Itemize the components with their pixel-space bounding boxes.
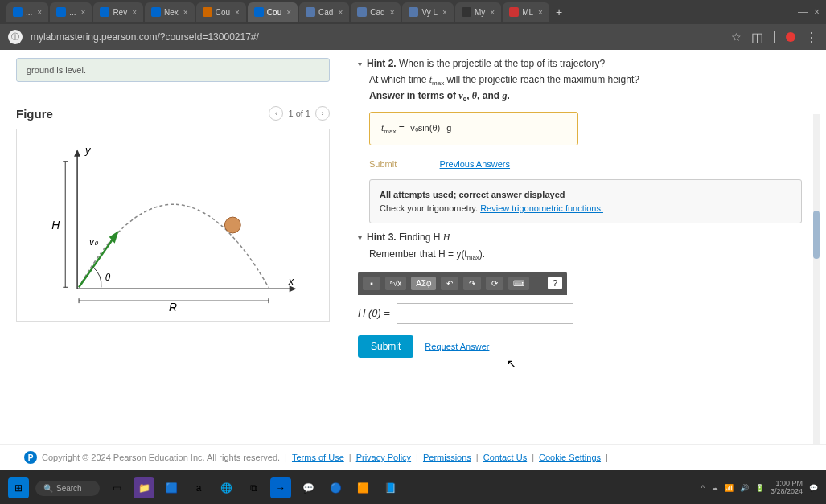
edge-icon[interactable]: 🌐 bbox=[216, 477, 236, 498]
app-icon[interactable]: 🟦 bbox=[161, 477, 182, 498]
dropbox-icon[interactable]: ⧉ bbox=[243, 477, 264, 498]
close-icon[interactable]: × bbox=[81, 8, 86, 17]
prev-figure-button[interactable]: ‹ bbox=[269, 106, 283, 121]
reset-button[interactable]: ⟳ bbox=[486, 277, 503, 290]
footer-link[interactable]: Privacy Policy bbox=[356, 453, 411, 462]
system-tray: ^ ☁ 📶 🔊 🔋 1:00 PM 3/28/2024 💬 bbox=[701, 480, 818, 496]
figure-canvas: y x H R v₀ θ bbox=[16, 129, 330, 322]
close-icon[interactable]: × bbox=[538, 8, 543, 17]
close-icon[interactable]: × bbox=[132, 8, 137, 17]
extension-icon[interactable]: ◫ bbox=[751, 30, 763, 45]
range-label: R bbox=[169, 301, 177, 313]
height-label: H bbox=[51, 219, 60, 232]
footer-link[interactable]: Terms of Use bbox=[292, 453, 344, 462]
page-footer: P Copyright © 2024 Pearson Education Inc… bbox=[0, 444, 826, 470]
close-icon[interactable]: × bbox=[235, 8, 240, 17]
hint2-title: Hint 2. When is the projectile at the to… bbox=[367, 58, 605, 69]
collapse-icon[interactable]: ▾ bbox=[358, 59, 362, 68]
greek-button[interactable]: ΑΣφ bbox=[411, 277, 436, 290]
start-button[interactable]: ⊞ bbox=[8, 477, 29, 498]
left-panel: ground is level. Figure ‹ 1 of 1 › bbox=[0, 50, 346, 452]
app-icon[interactable]: 🟧 bbox=[352, 477, 373, 498]
close-icon[interactable]: × bbox=[338, 8, 343, 17]
velocity-label: v₀ bbox=[89, 236, 99, 248]
close-icon[interactable]: × bbox=[37, 8, 42, 17]
wifi-icon[interactable]: 📶 bbox=[725, 484, 734, 492]
browser-tab[interactable]: ...× bbox=[6, 2, 48, 22]
browser-tab[interactable]: Cad× bbox=[351, 2, 401, 22]
url-text[interactable]: mylabmastering.pearson.com/?courseId=130… bbox=[31, 31, 723, 43]
site-info-icon[interactable]: ⓘ bbox=[8, 30, 23, 44]
browser-tab[interactable]: Cad× bbox=[299, 2, 349, 22]
profile-icon[interactable] bbox=[786, 32, 795, 42]
divider: | bbox=[773, 30, 776, 44]
request-answer-link[interactable]: Request Answer bbox=[425, 342, 489, 351]
help-button[interactable]: ? bbox=[548, 277, 562, 289]
svg-marker-1 bbox=[74, 150, 80, 157]
previous-answers-link[interactable]: Previous Answers bbox=[440, 159, 510, 169]
axis-y-label: y bbox=[84, 144, 92, 156]
taskbar-clock[interactable]: 1:00 PM 3/28/2024 bbox=[771, 480, 803, 496]
browser-tab-active[interactable]: Cou× bbox=[248, 2, 298, 22]
app-icon[interactable]: 📘 bbox=[380, 477, 401, 498]
next-figure-button[interactable]: › bbox=[315, 106, 330, 121]
browser-tab[interactable]: Nex× bbox=[145, 2, 195, 22]
search-icon: 🔍 bbox=[43, 484, 53, 493]
minimize-icon[interactable]: — bbox=[798, 6, 808, 18]
notification-icon[interactable]: 💬 bbox=[809, 484, 818, 492]
scrollbar[interactable] bbox=[813, 114, 820, 452]
tray-chevron-icon[interactable]: ^ bbox=[701, 484, 705, 492]
browser-tab[interactable]: Vy L× bbox=[402, 2, 453, 22]
figure-pager: ‹ 1 of 1 › bbox=[269, 106, 330, 121]
windows-taskbar: ⊞ 🔍Search ▭ 📁 🟦 a 🌐 ⧉ → 💬 🔵 🟧 📘 ^ ☁ 📶 🔊 … bbox=[0, 472, 826, 504]
close-icon[interactable]: × bbox=[442, 8, 447, 17]
footer-link[interactable]: Permissions bbox=[423, 453, 471, 462]
task-view-icon[interactable]: ▭ bbox=[106, 477, 127, 498]
copyright-text: Copyright © 2024 Pearson Education Inc. … bbox=[42, 453, 280, 462]
submit-button[interactable]: Submit bbox=[358, 335, 413, 358]
app-icon[interactable]: a bbox=[188, 477, 209, 498]
bookmark-icon[interactable]: ☆ bbox=[731, 31, 742, 43]
review-trig-link[interactable]: Review trigonometric functions. bbox=[480, 203, 603, 213]
close-icon[interactable]: × bbox=[286, 8, 291, 17]
new-tab-button[interactable]: + bbox=[551, 6, 567, 18]
app-icon[interactable]: 💬 bbox=[298, 477, 318, 498]
battery-icon[interactable]: 🔋 bbox=[755, 484, 764, 492]
browser-tab[interactable]: ...× bbox=[50, 2, 92, 22]
collapse-icon[interactable]: ▾ bbox=[358, 233, 362, 242]
scroll-thumb[interactable] bbox=[813, 211, 820, 259]
menu-icon[interactable]: ⋮ bbox=[805, 30, 818, 45]
cloud-icon[interactable]: ☁ bbox=[711, 484, 718, 492]
browser-tab-strip: ...× ...× Rev× Nex× Cou× Cou× Cad× Cad× … bbox=[0, 0, 826, 24]
browser-tab[interactable]: Cou× bbox=[196, 2, 246, 22]
redo-button[interactable]: ↷ bbox=[463, 277, 481, 290]
close-window-icon[interactable]: × bbox=[814, 6, 820, 18]
sqrt-button[interactable]: ⁿ√x bbox=[385, 277, 406, 290]
mouse-cursor: ↖ bbox=[507, 357, 516, 370]
footer-link[interactable]: Cookie Settings bbox=[539, 453, 601, 462]
hint3-body: Remember that H = y(tmax). bbox=[369, 247, 802, 263]
answer-formula-box: tmax = v₀sin(θ)g bbox=[369, 112, 578, 145]
app-icon[interactable]: → bbox=[270, 477, 291, 498]
keyboard-button[interactable]: ⌨ bbox=[508, 277, 529, 290]
app-icon[interactable]: 📁 bbox=[134, 477, 154, 498]
axis-x-label: x bbox=[288, 275, 294, 287]
browser-tab[interactable]: ML× bbox=[503, 2, 549, 22]
problem-info-box: ground is level. bbox=[16, 58, 330, 82]
chrome-icon[interactable]: 🔵 bbox=[325, 477, 346, 498]
answer-label: H (θ) = bbox=[358, 307, 390, 319]
hint3-title: Hint 3. Finding H H bbox=[367, 232, 450, 244]
undo-button[interactable]: ↶ bbox=[441, 277, 458, 290]
close-icon[interactable]: × bbox=[490, 8, 495, 17]
page-content: ground is level. Figure ‹ 1 of 1 › bbox=[0, 50, 826, 452]
answer-input[interactable] bbox=[397, 303, 573, 324]
volume-icon[interactable]: 🔊 bbox=[740, 484, 749, 492]
browser-tab[interactable]: My× bbox=[455, 2, 501, 22]
template-button[interactable]: ▪ bbox=[363, 277, 380, 290]
taskbar-search[interactable]: 🔍Search bbox=[35, 481, 100, 496]
footer-link[interactable]: Contact Us bbox=[483, 453, 527, 462]
browser-tab[interactable]: Rev× bbox=[93, 2, 143, 22]
close-icon[interactable]: × bbox=[183, 8, 188, 17]
hint2-body: At which time tmax will the projectile r… bbox=[369, 72, 802, 223]
close-icon[interactable]: × bbox=[390, 8, 395, 17]
